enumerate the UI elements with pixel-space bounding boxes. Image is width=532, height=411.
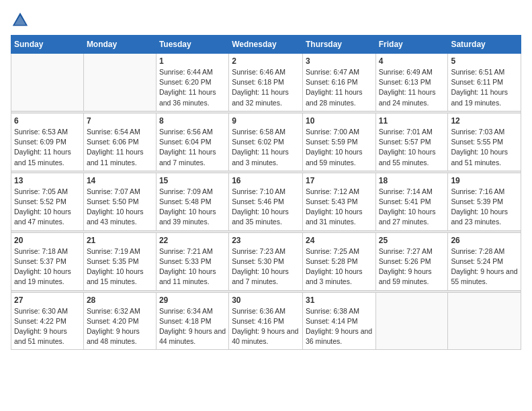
day-number: 23	[232, 236, 300, 245]
day-number: 5	[451, 56, 518, 66]
calendar-cell: 21Sunrise: 7:19 AM Sunset: 5:35 PM Dayli…	[83, 232, 156, 290]
day-info: Sunrise: 6:47 AM Sunset: 6:16 PM Dayligh…	[306, 67, 373, 108]
day-info: Sunrise: 7:05 AM Sunset: 5:52 PM Dayligh…	[14, 187, 81, 228]
day-number: 31	[306, 295, 373, 305]
day-number: 9	[232, 116, 300, 126]
calendar-cell: 10Sunrise: 7:00 AM Sunset: 5:59 PM Dayli…	[302, 113, 375, 171]
day-info: Sunrise: 7:00 AM Sunset: 5:59 PM Dayligh…	[306, 127, 373, 168]
calendar-cell: 17Sunrise: 7:12 AM Sunset: 5:43 PM Dayli…	[302, 173, 375, 230]
day-number: 8	[159, 116, 226, 126]
calendar-cell: 11Sunrise: 7:01 AM Sunset: 5:57 PM Dayli…	[375, 113, 448, 171]
calendar-week-row: 27Sunrise: 6:30 AM Sunset: 4:22 PM Dayli…	[11, 292, 521, 350]
weekday-header-friday: Friday	[375, 36, 448, 54]
calendar-cell: 20Sunrise: 7:18 AM Sunset: 5:37 PM Dayli…	[11, 232, 84, 290]
calendar-week-row: 6Sunrise: 6:53 AM Sunset: 6:09 PM Daylig…	[11, 113, 521, 171]
day-info: Sunrise: 6:58 AM Sunset: 6:02 PM Dayligh…	[232, 127, 300, 168]
calendar-cell: 8Sunrise: 6:56 AM Sunset: 6:04 PM Daylig…	[156, 113, 228, 171]
day-info: Sunrise: 7:07 AM Sunset: 5:50 PM Dayligh…	[87, 187, 153, 228]
page-header	[11, 11, 521, 30]
day-info: Sunrise: 6:53 AM Sunset: 6:09 PM Dayligh…	[14, 127, 81, 168]
day-info: Sunrise: 7:03 AM Sunset: 5:55 PM Dayligh…	[451, 127, 518, 168]
calendar-cell	[448, 292, 521, 350]
calendar-cell: 4Sunrise: 6:49 AM Sunset: 6:13 PM Daylig…	[375, 54, 448, 111]
day-number: 15	[159, 176, 226, 185]
day-info: Sunrise: 6:49 AM Sunset: 6:13 PM Dayligh…	[379, 67, 445, 108]
calendar-cell: 1Sunrise: 6:44 AM Sunset: 6:20 PM Daylig…	[156, 54, 228, 111]
logo	[11, 11, 32, 30]
calendar-cell	[83, 54, 156, 111]
day-info: Sunrise: 6:30 AM Sunset: 4:22 PM Dayligh…	[14, 306, 81, 347]
day-number: 18	[379, 176, 445, 185]
day-number: 17	[306, 176, 373, 185]
calendar-cell	[375, 292, 448, 350]
day-number: 20	[14, 236, 81, 245]
day-number: 19	[451, 176, 518, 185]
calendar-week-row: 13Sunrise: 7:05 AM Sunset: 5:52 PM Dayli…	[11, 173, 521, 230]
calendar-cell: 12Sunrise: 7:03 AM Sunset: 5:55 PM Dayli…	[448, 113, 521, 171]
weekday-header-saturday: Saturday	[448, 36, 521, 54]
calendar-cell: 6Sunrise: 6:53 AM Sunset: 6:09 PM Daylig…	[11, 113, 84, 171]
calendar-cell: 28Sunrise: 6:32 AM Sunset: 4:20 PM Dayli…	[83, 292, 156, 350]
day-info: Sunrise: 6:54 AM Sunset: 6:06 PM Dayligh…	[87, 127, 153, 168]
calendar-cell: 2Sunrise: 6:46 AM Sunset: 6:18 PM Daylig…	[229, 54, 303, 111]
day-info: Sunrise: 7:01 AM Sunset: 5:57 PM Dayligh…	[379, 127, 445, 168]
day-info: Sunrise: 7:28 AM Sunset: 5:24 PM Dayligh…	[451, 246, 518, 287]
calendar-cell: 29Sunrise: 6:34 AM Sunset: 4:18 PM Dayli…	[156, 292, 228, 350]
day-number: 30	[232, 295, 300, 305]
day-number: 25	[379, 236, 445, 245]
day-info: Sunrise: 7:09 AM Sunset: 5:48 PM Dayligh…	[159, 187, 226, 228]
weekday-header-wednesday: Wednesday	[229, 36, 303, 54]
day-info: Sunrise: 6:44 AM Sunset: 6:20 PM Dayligh…	[159, 67, 226, 108]
calendar-cell: 15Sunrise: 7:09 AM Sunset: 5:48 PM Dayli…	[156, 173, 228, 230]
day-info: Sunrise: 7:14 AM Sunset: 5:41 PM Dayligh…	[379, 187, 445, 228]
day-number: 22	[159, 236, 226, 245]
calendar-cell: 30Sunrise: 6:36 AM Sunset: 4:16 PM Dayli…	[229, 292, 303, 350]
day-number: 11	[379, 116, 445, 126]
day-number: 6	[14, 116, 81, 126]
calendar-cell: 19Sunrise: 7:16 AM Sunset: 5:39 PM Dayli…	[448, 173, 521, 230]
day-info: Sunrise: 6:56 AM Sunset: 6:04 PM Dayligh…	[159, 127, 226, 168]
calendar-cell: 16Sunrise: 7:10 AM Sunset: 5:46 PM Dayli…	[229, 173, 303, 230]
day-info: Sunrise: 6:51 AM Sunset: 6:11 PM Dayligh…	[451, 67, 518, 108]
day-number: 7	[87, 116, 153, 126]
calendar-cell: 5Sunrise: 6:51 AM Sunset: 6:11 PM Daylig…	[448, 54, 521, 111]
calendar-cell: 31Sunrise: 6:38 AM Sunset: 4:14 PM Dayli…	[302, 292, 375, 350]
day-number: 2	[232, 56, 300, 66]
calendar-cell: 26Sunrise: 7:28 AM Sunset: 5:24 PM Dayli…	[448, 232, 521, 290]
day-number: 16	[232, 176, 300, 185]
day-info: Sunrise: 6:32 AM Sunset: 4:20 PM Dayligh…	[87, 306, 153, 347]
calendar-week-row: 1Sunrise: 6:44 AM Sunset: 6:20 PM Daylig…	[11, 54, 521, 111]
logo-icon	[11, 11, 30, 30]
day-info: Sunrise: 6:46 AM Sunset: 6:18 PM Dayligh…	[232, 67, 300, 108]
day-number: 3	[306, 56, 373, 66]
day-info: Sunrise: 7:23 AM Sunset: 5:30 PM Dayligh…	[232, 246, 300, 287]
calendar-cell: 7Sunrise: 6:54 AM Sunset: 6:06 PM Daylig…	[83, 113, 156, 171]
day-number: 4	[379, 56, 445, 66]
day-number: 13	[14, 176, 81, 185]
calendar-cell: 23Sunrise: 7:23 AM Sunset: 5:30 PM Dayli…	[229, 232, 303, 290]
calendar-cell: 24Sunrise: 7:25 AM Sunset: 5:28 PM Dayli…	[302, 232, 375, 290]
calendar-cell: 18Sunrise: 7:14 AM Sunset: 5:41 PM Dayli…	[375, 173, 448, 230]
calendar-cell: 25Sunrise: 7:27 AM Sunset: 5:26 PM Dayli…	[375, 232, 448, 290]
calendar-cell: 9Sunrise: 6:58 AM Sunset: 6:02 PM Daylig…	[229, 113, 303, 171]
day-info: Sunrise: 7:19 AM Sunset: 5:35 PM Dayligh…	[87, 246, 153, 287]
calendar-cell	[11, 54, 84, 111]
day-info: Sunrise: 6:38 AM Sunset: 4:14 PM Dayligh…	[306, 306, 373, 347]
calendar-table: SundayMondayTuesdayWednesdayThursdayFrid…	[11, 35, 521, 350]
calendar-cell: 13Sunrise: 7:05 AM Sunset: 5:52 PM Dayli…	[11, 173, 84, 230]
day-info: Sunrise: 7:10 AM Sunset: 5:46 PM Dayligh…	[232, 187, 300, 228]
weekday-header-thursday: Thursday	[302, 36, 375, 54]
day-info: Sunrise: 6:34 AM Sunset: 4:18 PM Dayligh…	[159, 306, 226, 347]
day-number: 27	[14, 295, 81, 305]
day-info: Sunrise: 7:16 AM Sunset: 5:39 PM Dayligh…	[451, 187, 518, 228]
weekday-header-tuesday: Tuesday	[156, 36, 228, 54]
weekday-header-row: SundayMondayTuesdayWednesdayThursdayFrid…	[11, 36, 521, 54]
day-number: 12	[451, 116, 518, 126]
day-number: 26	[451, 236, 518, 245]
day-number: 10	[306, 116, 373, 126]
calendar-cell: 27Sunrise: 6:30 AM Sunset: 4:22 PM Dayli…	[11, 292, 84, 350]
day-info: Sunrise: 7:18 AM Sunset: 5:37 PM Dayligh…	[14, 246, 81, 287]
weekday-header-sunday: Sunday	[11, 36, 84, 54]
calendar-cell: 22Sunrise: 7:21 AM Sunset: 5:33 PM Dayli…	[156, 232, 228, 290]
day-info: Sunrise: 7:25 AM Sunset: 5:28 PM Dayligh…	[306, 246, 373, 287]
